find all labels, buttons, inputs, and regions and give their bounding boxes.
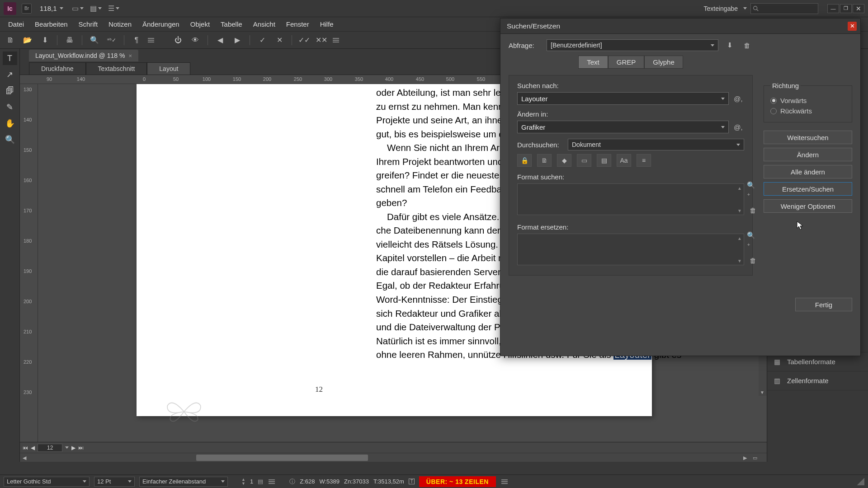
menu-hilfe[interactable]: Hilfe	[315, 18, 339, 31]
split-view-button[interactable]: ▭	[751, 454, 759, 461]
close-button[interactable]: ✕	[853, 4, 864, 13]
accept-button[interactable]: ✓	[255, 34, 269, 46]
find-button[interactable]: 🔍	[88, 34, 101, 46]
minimize-button[interactable]: —	[827, 4, 839, 13]
next-change-button[interactable]: ▶	[231, 34, 244, 46]
counter-stepper[interactable]: ▲▼	[241, 478, 245, 486]
scroll-left-button[interactable]: ◀	[21, 454, 28, 461]
menu-notizen[interactable]: Notizen	[103, 18, 137, 31]
include-hidden-button[interactable]: ◆	[557, 154, 571, 167]
direction-backward-radio[interactable]: Rückwärts	[770, 107, 845, 115]
zoom-tool-button[interactable]: 🔍	[3, 133, 17, 146]
open-button[interactable]: 📂	[21, 34, 34, 46]
include-locked-stories-button[interactable]: 🗎	[537, 154, 552, 167]
arrange-button[interactable]: ▤	[90, 2, 102, 15]
print-button[interactable]: 🖶	[63, 34, 76, 46]
document-tab[interactable]: Layout_Workflow.indd @ 118 % ×	[29, 50, 138, 61]
menu-aenderungen[interactable]: Änderungen	[137, 18, 185, 31]
include-footnotes-button[interactable]: ▤	[597, 154, 611, 167]
help-search-input[interactable]	[750, 3, 818, 14]
spellcheck-button[interactable]: ᵃᵇ✓	[105, 34, 118, 46]
font-size-select[interactable]: 12 Pt	[94, 477, 135, 487]
scrollbar-horizontal[interactable]: ◀ ▶ ▭	[20, 453, 767, 462]
dialog-titlebar[interactable]: Suchen/Ersetzen ✕	[500, 19, 860, 34]
reject-all-button[interactable]: ✕✕	[315, 34, 328, 46]
special-char-search-button[interactable]: @,	[732, 93, 744, 104]
specify-format-replace-button[interactable]: 🔍₊	[747, 234, 759, 245]
bridge-button[interactable]: Br	[22, 4, 32, 14]
view-tab-textabschnitt[interactable]: Textabschnitt	[86, 62, 147, 75]
scrollbar-thumb[interactable]	[196, 455, 368, 461]
menu-bearbeiten[interactable]: Bearbeiten	[29, 18, 73, 31]
include-master-button[interactable]: ▭	[577, 154, 591, 167]
case-sensitive-button[interactable]: Aa	[617, 154, 631, 167]
next-page-button[interactable]: ▶	[71, 445, 75, 451]
search-input[interactable]: Layouter	[517, 92, 729, 105]
note-tool-button[interactable]: 🗐	[3, 84, 17, 98]
resize-grip[interactable]	[857, 478, 864, 485]
prev-change-button[interactable]: ◀	[213, 34, 227, 46]
scope-select[interactable]: Dokument	[568, 139, 744, 150]
include-locked-layers-button[interactable]: 🔒	[517, 154, 532, 167]
save-button[interactable]: ⬇	[38, 34, 52, 46]
last-page-button[interactable]: ⏭	[78, 445, 84, 451]
format-replace-box[interactable]: ▲▼	[517, 234, 744, 265]
toolbar-menu-1[interactable]	[147, 38, 155, 42]
reject-button[interactable]: ✕	[273, 34, 286, 46]
screen-mode-button[interactable]: ▭	[71, 2, 84, 15]
status-menu-1[interactable]	[268, 479, 276, 484]
menu-schrift[interactable]: Schrift	[73, 18, 104, 31]
menu-tabelle[interactable]: Tabelle	[215, 18, 248, 31]
first-page-button[interactable]: ⏮	[23, 445, 28, 451]
menu-datei[interactable]: Datei	[3, 18, 29, 31]
page-field[interactable]: 12	[38, 444, 62, 452]
align-icon[interactable]: ▤	[258, 478, 263, 485]
query-select[interactable]: [Benutzerdefiniert]	[547, 39, 718, 51]
view-options-button[interactable]: ☰	[108, 2, 120, 15]
fewer-options-button[interactable]: Weniger Optionen	[764, 199, 852, 213]
menu-objekt[interactable]: Objekt	[185, 18, 215, 31]
preview-button[interactable]: 👁	[189, 34, 202, 46]
tab-glyphe[interactable]: Glyphe	[644, 56, 683, 69]
scroll-right-button[interactable]: ▶	[741, 454, 749, 461]
prev-page-button[interactable]: ◀	[31, 445, 35, 451]
position-tool-button[interactable]: ↗	[3, 68, 17, 81]
save-query-button[interactable]: ⬇	[724, 39, 736, 51]
power-button[interactable]: ⏻	[171, 34, 185, 46]
specify-format-search-button[interactable]: 🔍₊	[747, 183, 759, 195]
format-search-box[interactable]: ▲▼	[517, 183, 744, 215]
zoom-dropdown[interactable]: 118,1	[37, 4, 66, 13]
change-button[interactable]: Ändern	[764, 148, 852, 161]
menu-ansicht[interactable]: Ansicht	[248, 18, 281, 31]
clear-format-replace-button[interactable]: 🗑	[747, 254, 759, 266]
workspace-label[interactable]: Texteingabe	[703, 5, 738, 12]
change-find-button[interactable]: Ersetzen/Suchen	[764, 182, 852, 196]
font-family-select[interactable]: Letter Gothic Std	[4, 477, 90, 487]
dialog-close-button[interactable]: ✕	[848, 22, 857, 31]
eyedropper-tool-button[interactable]: ✎	[3, 100, 17, 114]
view-tab-druckfahne[interactable]: Druckfahne	[29, 62, 86, 75]
view-tab-layout[interactable]: Layout	[147, 62, 190, 75]
accept-all-button[interactable]: ✓✓	[297, 34, 311, 46]
done-button[interactable]: Fertig	[795, 298, 852, 311]
status-menu-2[interactable]	[500, 479, 509, 484]
toolbar-menu-2[interactable]	[332, 38, 340, 42]
change-all-button[interactable]: Alle ändern	[764, 165, 852, 178]
direction-forward-radio[interactable]: Vorwärts	[770, 97, 845, 104]
text-frame-icon[interactable]: 🅃	[409, 478, 415, 485]
maximize-button[interactable]: ❐	[840, 4, 852, 13]
show-hidden-button[interactable]: ¶	[130, 34, 143, 46]
find-next-button[interactable]: Weitersuchen	[764, 131, 852, 144]
tab-grep[interactable]: GREP	[608, 56, 645, 69]
close-tab-button[interactable]: ×	[128, 52, 132, 59]
leading-select[interactable]: Einfacher Zeilenabstand	[139, 477, 228, 487]
change-input[interactable]: Grafiker	[517, 121, 729, 133]
chevron-down-icon[interactable]	[65, 446, 69, 449]
type-tool-button[interactable]: T	[3, 52, 17, 65]
hand-tool-button[interactable]: ✋	[3, 117, 17, 130]
delete-query-button[interactable]: 🗑	[741, 39, 753, 51]
panel-zellenformate[interactable]: ▥ Zellenformate	[767, 371, 868, 390]
clear-format-search-button[interactable]: 🗑	[747, 204, 759, 216]
tab-text[interactable]: Text	[578, 56, 608, 69]
whole-word-button[interactable]: ≡	[637, 154, 651, 167]
